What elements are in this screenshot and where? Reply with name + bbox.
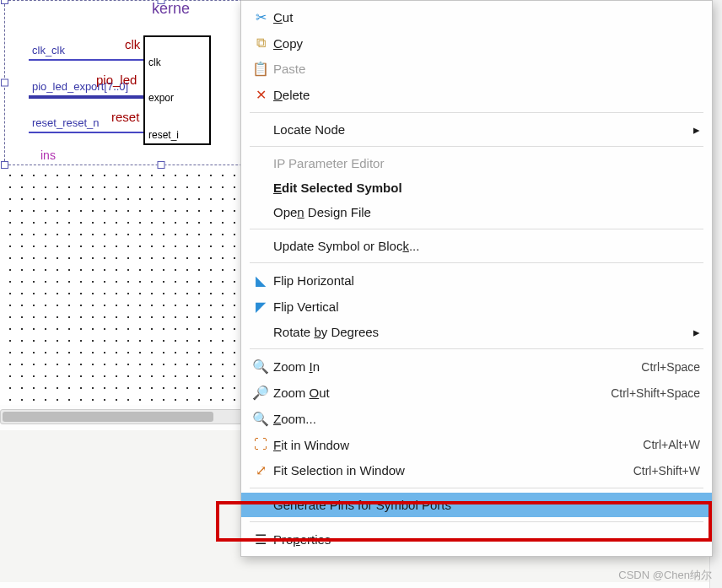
menu-label: Properties [273,532,700,547]
menu-separator [250,521,703,522]
menu-generate-pins[interactable]: Generate Pins for Symbol Ports [241,493,712,517]
instance-label: ins [40,148,56,162]
copy-icon: ⧉ [248,35,273,51]
port-clk: clk [148,57,161,68]
menu-zoom-out[interactable]: 🔎 Zoom Out Ctrl+Shift+Space [241,380,712,406]
hdr-clk: clk [125,37,140,51]
menu-separator [250,348,703,349]
menu-fit-selection[interactable]: ⤢ Fit Selection in Window Ctrl+Shift+W [241,457,712,483]
menu-properties[interactable]: ☰ Properties [241,526,712,553]
resize-handle[interactable] [158,161,165,169]
fit-window-icon: ⛶ [248,437,273,452]
menu-locate-node[interactable]: Locate Node ▸ [241,117,712,142]
shortcut: Ctrl+Shift+W [633,464,700,477]
menu-label: Copy [273,36,700,51]
symbol-block[interactable]: clk clk pio_led expor reset reset_i [143,35,211,145]
menu-rotate[interactable]: Rotate by Degrees ▸ [241,320,712,344]
chevron-right-icon: ▸ [693,122,700,138]
menu-label: Locate Node [273,122,700,137]
watermark: CSDN @Chen纳尔 [618,568,712,583]
chevron-right-icon: ▸ [693,325,700,340]
menu-label: Flip Vertical [273,299,700,314]
menu-label: Open Design File [273,205,700,219]
menu-label: Edit Selected Symbol [273,181,700,195]
shortcut: Ctrl+Space [641,360,700,374]
zoom-out-icon: 🔎 [248,385,273,401]
flip-horizontal-icon: ◣ [248,272,273,289]
resize-handle[interactable] [1,0,8,4]
menu-open-design[interactable]: Open Design File [241,200,712,224]
menu-label: Zoom... [273,412,700,426]
scissors-icon: ✂ [248,9,273,25]
menu-fit-window[interactable]: ⛶ Fit in Window Ctrl+Alt+W [241,432,712,457]
menu-paste: 📋 Paste [241,56,712,82]
menu-label: Update Symbol or Block... [273,239,700,253]
menu-separator [250,262,703,263]
hdr-pio: pio_led [96,73,137,87]
shortcut: Ctrl+Alt+W [643,438,700,451]
menu-update-symbol[interactable]: Update Symbol or Block... [241,234,712,258]
port-reset: reset_i [148,129,179,141]
properties-icon: ☰ [248,531,273,548]
resize-handle[interactable] [1,161,8,169]
delete-icon: ✕ [248,87,273,103]
menu-separator [250,146,703,147]
menu-ip-editor: IP Parameter Editor [241,151,712,175]
port-export: expor [148,92,174,104]
fit-selection-icon: ⤢ [248,462,273,478]
scroll-thumb[interactable] [3,412,213,422]
menu-label: Rotate by Degrees [273,325,700,339]
menu-label: Zoom In [273,359,641,374]
menu-separator [250,229,703,229]
context-menu: ✂ Cut ⧉ Copy 📋 Paste ✕ Delete Locate Nod… [240,0,713,557]
menu-label: Generate Pins for Symbol Ports [273,498,700,512]
menu-delete[interactable]: ✕ Delete [241,82,712,108]
menu-copy[interactable]: ⧉ Copy [241,30,712,56]
hdr-reset: reset [111,110,139,124]
menu-flip-horizontal[interactable]: ◣ Flip Horizontal [241,267,712,294]
menu-cut[interactable]: ✂ Cut [241,4,712,30]
menu-label: Fit in Window [273,438,643,452]
menu-separator [250,112,703,113]
zoom-in-icon: 🔍 [248,359,273,375]
magnifier-icon: 🔍 [248,411,273,427]
menu-label: Flip Horizontal [273,273,700,288]
menu-zoom[interactable]: 🔍 Zoom... [241,406,712,432]
menu-label: Zoom Out [273,386,611,400]
menu-label: Fit Selection in Window [273,463,633,477]
menu-label: IP Parameter Editor [273,156,700,170]
paste-icon: 📋 [248,61,273,77]
flip-vertical-icon: ◤ [248,299,273,315]
menu-flip-vertical[interactable]: ◤ Flip Vertical [241,294,712,320]
menu-label: Paste [273,62,700,76]
menu-label: Delete [273,88,700,102]
menu-edit-symbol[interactable]: Edit Selected Symbol [241,175,712,200]
resize-handle[interactable] [1,79,8,87]
resize-handle[interactable] [158,0,165,4]
menu-label: Cut [273,10,700,24]
menu-zoom-in[interactable]: 🔍 Zoom In Ctrl+Space [241,353,712,380]
menu-separator [250,488,703,488]
shortcut: Ctrl+Shift+Space [611,386,700,400]
